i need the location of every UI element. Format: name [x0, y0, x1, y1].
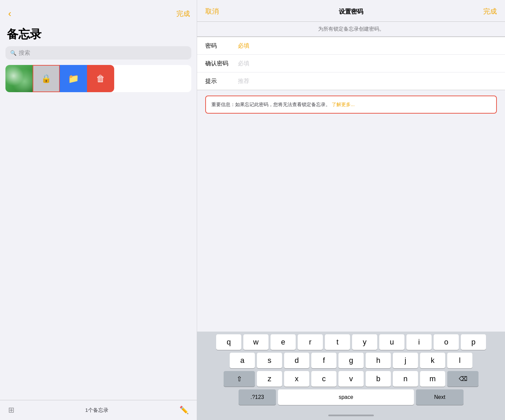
cancel-button[interactable]: 取消 — [205, 7, 219, 16]
space-key[interactable]: space — [278, 389, 414, 405]
swipe-delete-button[interactable]: 🗑 — [87, 65, 114, 92]
confirm-password-row[interactable]: 确认密码 必填 — [197, 55, 505, 72]
done-button-right[interactable]: 完成 — [483, 7, 497, 16]
key-n[interactable]: n — [393, 371, 418, 387]
key-w[interactable]: w — [243, 334, 268, 350]
page-title: 备忘录 — [0, 24, 197, 46]
back-button[interactable]: ‹ — [5, 7, 14, 20]
confirm-placeholder: 必填 — [238, 60, 249, 67]
right-header: 取消 设置密码 完成 — [197, 0, 505, 22]
delete-key[interactable]: ⌫ — [447, 371, 478, 387]
subtitle-row: 为所有锁定备忘录创建密码。 — [197, 22, 505, 37]
warning-main-text: 重要信息：如果忘记此密码，您将无法查看锁定备忘录。 — [211, 102, 330, 107]
key-x[interactable]: x — [284, 371, 309, 387]
key-f[interactable]: f — [311, 353, 336, 368]
key-m[interactable]: m — [420, 371, 445, 387]
key-s[interactable]: s — [257, 353, 282, 368]
grid-icon[interactable]: ⊞ — [8, 406, 14, 415]
key-y[interactable]: y — [352, 334, 377, 350]
home-indicator — [328, 415, 374, 416]
note-count: 1个备忘录 — [85, 407, 108, 414]
warning-text: 重要信息：如果忘记此密码，您将无法查看锁定备忘录。 了解更多... — [211, 102, 355, 107]
password-row[interactable]: 密码 必填 — [197, 37, 505, 55]
num-key[interactable]: .?123 — [239, 389, 276, 405]
search-icon: 🔍 — [10, 50, 17, 56]
note-thumbnail-image — [5, 65, 33, 92]
confirm-label: 确认密码 — [205, 60, 232, 67]
left-footer: ⊞ 1个备忘录 ✏️ — [0, 400, 197, 420]
key-r[interactable]: r — [298, 334, 323, 350]
subtitle-text: 为所有锁定备忘录创建密码。 — [318, 26, 384, 32]
key-i[interactable]: i — [406, 334, 432, 350]
key-p[interactable]: p — [461, 334, 486, 350]
right-panel: 取消 设置密码 完成 为所有锁定备忘录创建密码。 密码 必填 确认密码 必填 提… — [197, 0, 505, 420]
key-j[interactable]: j — [393, 353, 418, 368]
hint-label: 提示 — [205, 77, 232, 85]
key-a[interactable]: a — [230, 353, 255, 368]
shift-key[interactable]: ⇧ — [224, 371, 255, 387]
warning-box: 重要信息：如果忘记此密码，您将无法查看锁定备忘录。 了解更多... — [205, 96, 497, 114]
notes-list: 🔒 📁 🗑 — [0, 65, 197, 400]
key-t[interactable]: t — [325, 334, 350, 350]
key-l[interactable]: l — [447, 353, 472, 368]
key-d[interactable]: d — [284, 353, 309, 368]
left-header: ‹ 完成 — [0, 0, 197, 24]
done-button-left[interactable]: 完成 — [176, 9, 190, 18]
password-form: 密码 必填 确认密码 必填 提示 推荐 — [197, 37, 505, 90]
right-title: 设置密码 — [339, 7, 363, 16]
search-bar[interactable]: 🔍 搜索 — [5, 46, 191, 60]
warning-link[interactable]: 了解更多... — [332, 102, 355, 107]
key-e[interactable]: e — [271, 334, 296, 350]
swipe-lock-button[interactable]: 🔒 — [33, 65, 60, 92]
hint-row[interactable]: 提示 推荐 — [197, 72, 505, 90]
left-panel: ‹ 完成 备忘录 🔍 搜索 🔒 📁 🗑 ⊞ — [0, 0, 197, 420]
keyboard: q w e r t y u i o p a s d f g h j k l ⇧ … — [197, 332, 505, 410]
bottom-bar — [197, 410, 505, 420]
key-k[interactable]: k — [420, 353, 445, 368]
keyboard-row-3: ⇧ z x c v b n m ⌫ — [198, 371, 504, 387]
key-b[interactable]: b — [366, 371, 391, 387]
search-placeholder: 搜索 — [19, 49, 30, 57]
key-z[interactable]: z — [257, 371, 282, 387]
folder-icon: 📁 — [68, 73, 79, 84]
key-g[interactable]: g — [338, 353, 364, 368]
key-q[interactable]: q — [216, 334, 241, 350]
swipe-folder-button[interactable]: 📁 — [60, 65, 87, 92]
keyboard-row-1: q w e r t y u i o p — [198, 334, 504, 350]
next-key[interactable]: Next — [416, 389, 464, 405]
keyboard-row-2: a s d f g h j k l — [198, 353, 504, 368]
key-h[interactable]: h — [366, 353, 391, 368]
password-label: 密码 — [205, 42, 232, 50]
key-v[interactable]: v — [338, 371, 364, 387]
note-item[interactable]: 🔒 📁 🗑 — [5, 65, 191, 92]
note-swipe-actions: 🔒 📁 🗑 — [33, 65, 114, 92]
compose-icon[interactable]: ✏️ — [179, 406, 189, 415]
password-value: 必填 — [238, 42, 249, 50]
note-thumbnail — [5, 65, 33, 92]
key-u[interactable]: u — [379, 334, 404, 350]
keyboard-row-4: .?123 space Next — [198, 389, 504, 405]
trash-icon: 🗑 — [96, 73, 105, 84]
lock-icon: 🔒 — [41, 74, 51, 83]
hint-placeholder: 推荐 — [238, 77, 249, 85]
key-o[interactable]: o — [434, 334, 459, 350]
key-c[interactable]: c — [311, 371, 336, 387]
